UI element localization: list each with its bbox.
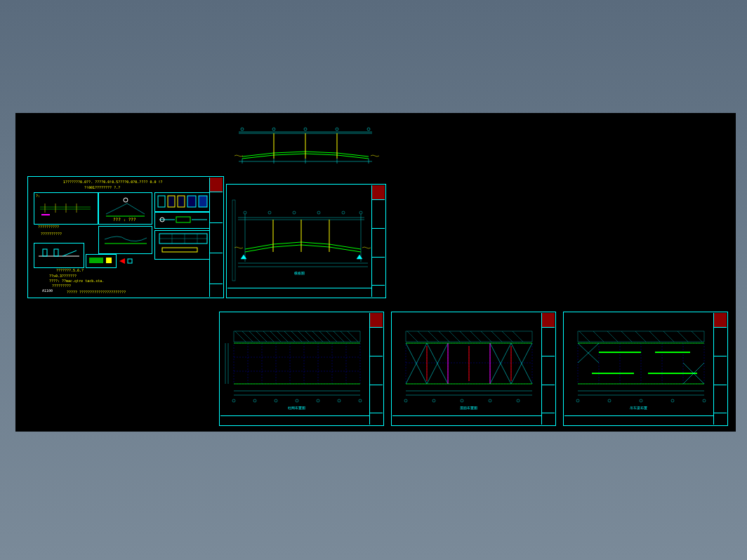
svg-rect-30 <box>199 196 207 207</box>
cad-canvas: 1???????0.0??. ????0.0!0.5????0.0?0.????… <box>15 113 736 432</box>
svg-line-156 <box>692 331 702 342</box>
svg-line-151 <box>621 331 632 342</box>
note-b: ?????????? <box>41 232 62 236</box>
plan-a-svg: 柱网布置图 <box>221 314 372 426</box>
svg-point-146 <box>517 399 520 402</box>
detail-7 <box>86 255 116 267</box>
svg-line-44 <box>62 251 77 256</box>
svg-line-155 <box>677 331 688 342</box>
svg-rect-26 <box>158 196 165 207</box>
svg-line-73 <box>291 331 302 342</box>
svg-point-24 <box>124 198 128 202</box>
svg-line-70 <box>270 331 281 342</box>
svg-rect-27 <box>168 196 175 207</box>
svg-line-154 <box>663 331 674 342</box>
svg-line-148 <box>579 331 590 342</box>
svg-rect-22 <box>41 214 50 215</box>
titleblock-1 <box>209 178 223 297</box>
titleblock-2 <box>371 185 385 297</box>
svg-rect-45 <box>89 258 103 263</box>
sheet-plan-a: 柱网布置图 <box>219 312 384 426</box>
svg-point-102 <box>338 399 341 402</box>
svg-point-103 <box>359 399 362 402</box>
det5: ????????? <box>52 284 71 288</box>
svg-point-97 <box>232 399 235 402</box>
svg-rect-64 <box>234 331 360 342</box>
svg-point-55 <box>359 211 362 214</box>
plan-b-label: 屋面布置图 <box>460 406 477 410</box>
bb5 <box>564 415 713 425</box>
svg-line-74 <box>298 331 309 342</box>
plan-c-label: 吊车梁布置 <box>630 406 647 410</box>
svg-rect-46 <box>106 258 112 263</box>
svg-point-144 <box>461 399 463 402</box>
svg-line-71 <box>277 331 288 342</box>
det4: ????: ??mac.qtre tacb.sta. <box>49 279 104 283</box>
svg-line-116 <box>502 331 513 342</box>
svg-line-78 <box>326 331 337 342</box>
svg-rect-63 <box>232 200 235 281</box>
svg-line-68 <box>256 331 267 342</box>
det1-label: ??? : ??? <box>113 217 136 222</box>
det3: ??>0.3??????? <box>49 274 77 278</box>
bb2 <box>227 288 371 297</box>
svg-point-13 <box>304 128 307 131</box>
svg-rect-82 <box>234 343 360 384</box>
svg-point-177 <box>640 399 642 402</box>
svg-line-150 <box>607 331 618 342</box>
svg-line-153 <box>649 331 660 342</box>
svg-line-110 <box>439 331 449 342</box>
svg-line-108 <box>418 331 428 342</box>
detail-8 <box>118 257 136 265</box>
elev-label: 模板图 <box>294 271 305 275</box>
svg-rect-147 <box>578 331 704 342</box>
note-a: ?????????? <box>38 225 59 229</box>
sheet-elevation: 模板图 <box>226 184 386 298</box>
svg-rect-42 <box>43 249 47 256</box>
svg-point-178 <box>671 399 674 402</box>
titleblock-4 <box>541 313 555 425</box>
svg-line-77 <box>319 331 330 342</box>
svg-point-145 <box>489 399 491 402</box>
bb3 <box>220 415 369 425</box>
svg-line-69 <box>263 331 274 342</box>
sheet-notes: 1???????0.0??. ????0.0!0.5????0.0?0.????… <box>27 176 224 298</box>
svg-point-176 <box>608 399 611 402</box>
svg-line-76 <box>312 331 323 342</box>
svg-line-114 <box>481 331 491 342</box>
svg-point-14 <box>336 128 338 131</box>
svg-line-75 <box>305 331 316 342</box>
svg-rect-29 <box>187 196 196 207</box>
svg-line-107 <box>407 331 418 342</box>
plan-c-svg: 吊车梁布置 <box>565 314 716 426</box>
svg-line-79 <box>333 331 344 342</box>
svg-line-109 <box>428 331 439 342</box>
svg-point-50 <box>244 211 246 214</box>
notes-hdr2: ?!001???????? ?.? <box>84 185 120 189</box>
elevation-top-bare <box>232 125 379 167</box>
svg-point-52 <box>293 211 296 214</box>
n-s1: ?: <box>36 194 40 198</box>
svg-line-152 <box>635 331 646 342</box>
svg-point-101 <box>317 399 319 402</box>
svg-line-66 <box>242 331 253 342</box>
svg-point-54 <box>342 211 345 214</box>
bb4 <box>392 415 541 425</box>
det2: ???????.5.6.? <box>56 268 84 272</box>
svg-point-11 <box>241 128 244 131</box>
svg-point-53 <box>317 211 320 214</box>
ref: A1100 <box>42 288 53 293</box>
svg-line-80 <box>341 331 351 342</box>
svg-rect-31 <box>176 217 190 222</box>
svg-point-15 <box>367 128 370 131</box>
svg-point-98 <box>253 399 256 402</box>
svg-rect-28 <box>178 196 185 207</box>
detail-1 <box>34 193 98 224</box>
sheet-plan-c: 吊车梁布置 <box>563 312 728 426</box>
svg-point-100 <box>296 399 298 402</box>
detail-6 <box>34 244 84 267</box>
detail-4 <box>155 213 211 228</box>
svg-rect-106 <box>406 331 532 342</box>
svg-point-143 <box>432 399 435 402</box>
svg-rect-43 <box>54 249 58 256</box>
